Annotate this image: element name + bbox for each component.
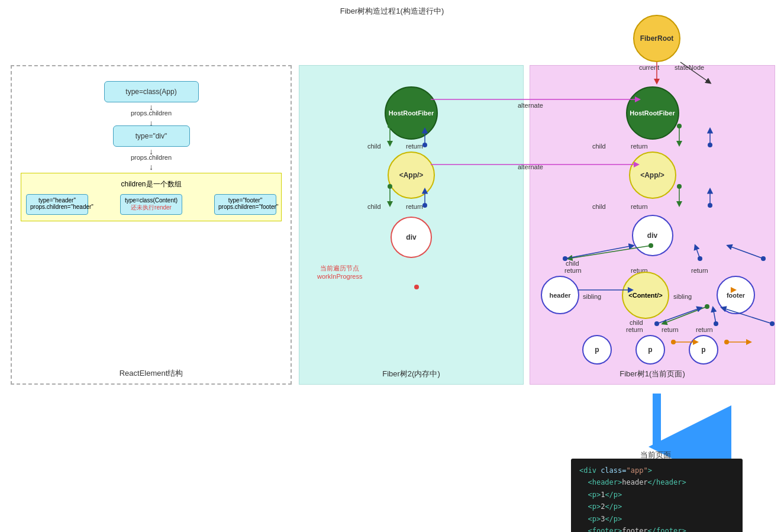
panel-center-label: Fiber树2(内存中): [382, 369, 440, 379]
right-child-1: child: [592, 143, 606, 150]
center-return-label-1: return: [406, 143, 423, 150]
right-return-3-header: return: [564, 267, 582, 274]
right-footer: footer: [717, 276, 755, 314]
center-child-label-2: child: [367, 203, 381, 210]
right-app: <App/>: [629, 151, 676, 199]
props-children-label-1: props.children: [131, 109, 172, 117]
current-label: current: [639, 64, 659, 71]
child-footer: type="footer" props.children="footer": [214, 194, 276, 215]
node-div: type="div": [113, 125, 190, 147]
right-child-3: child: [566, 260, 579, 267]
right-return-p2: return: [662, 326, 679, 333]
right-div: div: [632, 215, 673, 256]
right-content: <Content/>: [622, 272, 669, 319]
right-p2: p: [635, 335, 665, 365]
alternate-label-2: alternate: [518, 163, 543, 170]
center-app: <App/>: [388, 151, 435, 199]
children-label: children是一个数组: [26, 179, 276, 189]
center-child-label-1: child: [367, 143, 381, 150]
panel-right-label: Fiber树1(当前页面): [620, 369, 685, 379]
alternate-label-1: alternate: [518, 102, 543, 109]
arrow-down-4: ↓: [149, 162, 153, 172]
right-p1: p: [582, 335, 612, 365]
right-return-3-footer: return: [691, 267, 708, 274]
props-children-label-2: props.children: [131, 154, 172, 161]
fiber-root: FiberRoot: [633, 15, 680, 62]
center-hostroot: HostRootFiber: [385, 86, 438, 140]
right-child-p: child: [630, 319, 643, 326]
right-return-p1: return: [626, 326, 643, 333]
right-child-2: child: [592, 203, 606, 210]
right-hostroot: HostRootFiber: [626, 86, 679, 140]
right-sibling-label: sibling: [583, 293, 601, 300]
center-current-progress: 当前遍历节点 workInProgress: [317, 264, 362, 280]
child-content: type=class(Content) 还未执行render: [120, 194, 182, 215]
right-return-p3: return: [696, 326, 713, 333]
panel-left: type=class(App) ↓ props.children ↓ type=…: [11, 65, 292, 385]
center-wip-dot: [414, 285, 419, 289]
child-header: type="header" props.children="header": [26, 194, 88, 215]
node-app: type=class(App): [104, 81, 199, 102]
right-sibling-2-label: sibling: [673, 293, 692, 300]
center-div: div: [391, 217, 432, 258]
panel-right: HostRootFiber child return <App/> child …: [530, 65, 775, 385]
right-return-1: return: [631, 143, 648, 150]
code-block: <div class="app"> <header>header</header…: [571, 459, 743, 532]
children-box: children是一个数组 type="header" props.childr…: [21, 173, 282, 221]
right-header: header: [541, 276, 579, 314]
center-return-label-2: return: [406, 203, 423, 210]
right-p3: p: [689, 335, 718, 365]
children-row: type="header" props.children="header" ty…: [26, 194, 276, 215]
panel-center: HostRootFiber child return <App/> child …: [299, 65, 524, 385]
panel-left-label: ReactElement结构: [120, 368, 183, 379]
statenode-label: stateNode: [675, 64, 704, 71]
right-return-2: return: [631, 203, 648, 210]
